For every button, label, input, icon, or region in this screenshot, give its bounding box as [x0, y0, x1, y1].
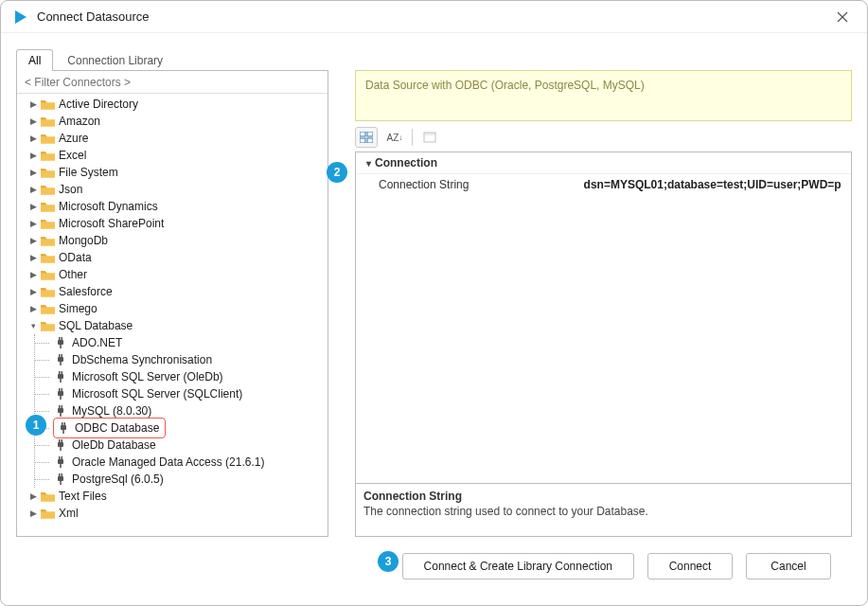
svg-rect-28 — [59, 439, 61, 442]
chevron-right-icon: ▶ — [27, 164, 40, 181]
svg-rect-22 — [60, 413, 62, 417]
connector-tree-panel: ▶Active Directory ▶Amazon ▶Azure ▶Excel … — [16, 70, 328, 537]
tree-node-excel[interactable]: ▶Excel — [21, 147, 328, 164]
chevron-right-icon: ▶ — [27, 130, 40, 147]
svg-rect-30 — [60, 447, 62, 451]
tree-node-file-system[interactable]: ▶File System — [21, 164, 328, 181]
tree-node-odbc-database[interactable]: ODBC Database — [21, 419, 328, 437]
svg-rect-7 — [58, 357, 63, 362]
titlebar: Connect Datasource — [1, 1, 867, 33]
svg-rect-13 — [62, 371, 63, 374]
tree-node-microsoft-dynamics[interactable]: ▶Microsoft Dynamics — [21, 198, 328, 215]
cancel-button[interactable]: Cancel — [746, 553, 831, 579]
connector-icon — [53, 370, 68, 383]
svg-rect-24 — [62, 422, 63, 425]
folder-icon — [40, 200, 55, 213]
tree-node-amazon[interactable]: ▶Amazon — [21, 113, 328, 130]
svg-rect-12 — [59, 371, 61, 374]
alphabetical-view-button[interactable]: AZ↓ — [383, 127, 406, 148]
connector-icon — [53, 472, 68, 486]
folder-icon — [40, 285, 55, 298]
svg-rect-35 — [58, 476, 63, 481]
dialog-window: Connect Datasource All Connection Librar… — [0, 0, 868, 606]
tab-strip: All Connection Library — [16, 46, 852, 71]
toolbar-separator — [412, 129, 413, 146]
connector-icon — [53, 455, 68, 469]
tree-node-other[interactable]: ▶Other — [21, 266, 328, 283]
tree-node-sql-database[interactable]: ▾SQL Database — [21, 317, 328, 334]
tree-node-sqlserver-oledb[interactable]: Microsoft SQL Server (OleDb) — [21, 368, 328, 385]
svg-rect-27 — [58, 442, 63, 447]
svg-rect-5 — [62, 337, 63, 340]
tree-node-oracle[interactable]: Oracle Managed Data Access (21.6.1) — [21, 454, 328, 471]
tab-all[interactable]: All — [16, 49, 53, 71]
folder-icon — [40, 234, 55, 247]
folder-icon — [40, 302, 55, 315]
connect-button[interactable]: Connect — [647, 553, 733, 579]
tree-node-sqlserver-sqlclient[interactable]: Microsoft SQL Server (SQLClient) — [21, 385, 328, 402]
folder-icon — [40, 507, 55, 520]
svg-rect-32 — [59, 456, 61, 459]
tab-connection-library[interactable]: Connection Library — [55, 49, 175, 71]
folder-icon — [40, 166, 55, 179]
window-title: Connect Datasource — [37, 9, 150, 24]
property-row-connection-string[interactable]: Connection String dsn=MYSQL01;database=t… — [356, 173, 851, 194]
properties-panel: Data Source with ODBC (Oracle, PostgreSQ… — [355, 70, 852, 537]
panels: ▶Active Directory ▶Amazon ▶Azure ▶Excel … — [16, 70, 852, 537]
property-pages-button[interactable] — [418, 127, 441, 148]
connector-icon — [53, 353, 68, 366]
svg-rect-26 — [62, 430, 64, 434]
svg-rect-18 — [60, 396, 62, 400]
chevron-right-icon: ▶ — [27, 283, 40, 300]
tree-node-json[interactable]: ▶Json — [21, 181, 328, 198]
close-button[interactable] — [829, 4, 856, 30]
svg-rect-10 — [60, 362, 62, 365]
svg-rect-31 — [58, 459, 63, 464]
chevron-right-icon: ▶ — [27, 249, 40, 266]
connect-create-library-button[interactable]: Connect & Create Library Connection — [402, 553, 634, 579]
connector-icon — [53, 404, 68, 418]
svg-rect-29 — [62, 439, 63, 442]
svg-rect-33 — [62, 456, 63, 459]
chevron-right-icon: ▶ — [27, 232, 40, 249]
tree-node-oledb-database[interactable]: OleDb Database — [21, 437, 328, 454]
svg-rect-38 — [60, 481, 62, 485]
tree-node-simego[interactable]: ▶Simego — [21, 300, 328, 317]
connector-tree[interactable]: ▶Active Directory ▶Amazon ▶Azure ▶Excel … — [17, 94, 328, 536]
tree-node-salesforce[interactable]: ▶Salesforce — [21, 283, 328, 300]
svg-rect-16 — [59, 388, 61, 391]
folder-icon — [40, 132, 55, 145]
tree-node-postgresql[interactable]: PostgreSql (6.0.5) — [21, 471, 328, 488]
property-category-connection[interactable]: ▾ Connection — [356, 152, 851, 173]
folder-icon — [40, 98, 55, 111]
tree-node-xml[interactable]: ▶Xml — [21, 505, 328, 522]
tree-node-azure[interactable]: ▶Azure — [21, 130, 328, 147]
annotation-badge-3: 3 — [378, 551, 399, 572]
svg-rect-21 — [62, 405, 63, 408]
connector-icon — [53, 387, 68, 401]
tree-node-mongodb[interactable]: ▶MongoDb — [21, 232, 328, 249]
folder-icon — [40, 490, 55, 503]
property-value[interactable]: dsn=MYSQL01;database=test;UID=user;PWD=p — [584, 174, 851, 194]
tree-node-active-directory[interactable]: ▶Active Directory — [21, 96, 328, 113]
tree-node-odata[interactable]: ▶OData — [21, 249, 328, 266]
annotation-badge-2: 2 — [327, 162, 347, 183]
tree-node-dbschema[interactable]: DbSchema Synchronisation — [21, 351, 328, 368]
annotation-badge-1: 1 — [26, 415, 46, 436]
chevron-down-icon: ▾ — [27, 317, 40, 334]
tree-node-adonet[interactable]: ADO.NET — [21, 334, 328, 351]
svg-rect-44 — [424, 133, 435, 135]
tree-node-text-files[interactable]: ▶Text Files — [21, 488, 328, 505]
chevron-down-icon: ▾ — [362, 158, 375, 169]
folder-icon — [40, 183, 55, 196]
property-grid: ▾ Connection Connection String dsn=MYSQL… — [355, 152, 852, 537]
folder-icon — [40, 217, 55, 230]
categorized-view-button[interactable] — [355, 127, 378, 148]
svg-rect-42 — [367, 138, 373, 143]
folder-icon — [40, 115, 55, 128]
dialog-footer: Connect & Create Library Connection Conn… — [16, 537, 852, 596]
tree-node-microsoft-sharepoint[interactable]: ▶Microsoft SharePoint — [21, 215, 328, 232]
svg-rect-41 — [360, 138, 365, 143]
property-toolbar: AZ↓ — [355, 121, 852, 152]
filter-connectors-input[interactable] — [17, 71, 328, 93]
